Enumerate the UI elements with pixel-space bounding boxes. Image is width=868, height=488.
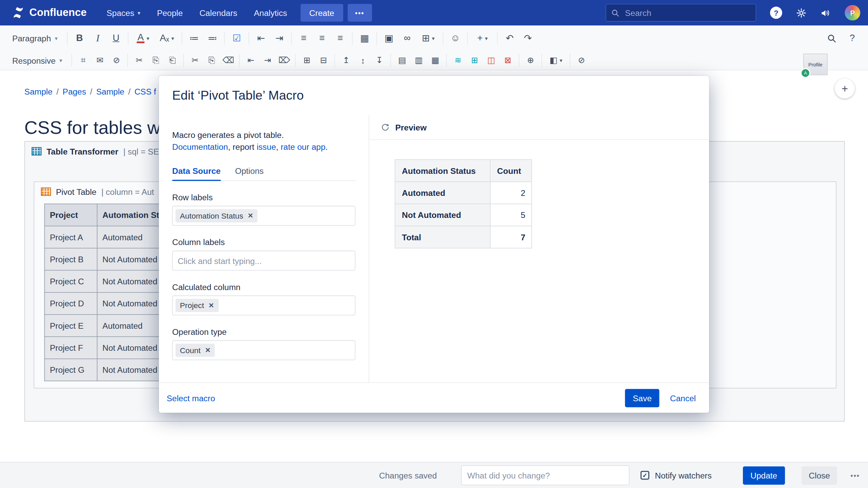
clear-cell-icon[interactable]: ⌫ <box>220 53 237 68</box>
indent-icon[interactable]: ⇥ <box>270 29 289 48</box>
bullet-list-icon[interactable]: ≔ <box>185 29 203 48</box>
numbering-column-icon[interactable]: ▦ <box>427 53 443 68</box>
undo-icon[interactable]: ↶ <box>500 29 519 48</box>
inline-add-button[interactable]: + <box>835 79 855 99</box>
operation-type-field[interactable]: Count✕ <box>172 340 355 360</box>
table-cell[interactable]: Project A <box>44 226 97 248</box>
close-button[interactable]: Close <box>802 466 837 485</box>
rate-app-link[interactable]: rate our app <box>281 142 326 152</box>
outdent-icon[interactable]: ⇤ <box>252 29 270 48</box>
text-color-icon[interactable]: A▾ <box>131 29 155 48</box>
table-mode-dropdown[interactable]: Responsive▾ <box>12 56 62 65</box>
table-settings-icon[interactable]: ⌗ <box>75 53 92 68</box>
table-cell[interactable]: Project F <box>44 337 97 359</box>
remove-comment-icon[interactable]: ⊘ <box>108 53 125 68</box>
align-left-icon[interactable]: ≡ <box>295 29 313 48</box>
column-labels-field[interactable] <box>172 251 355 271</box>
filter-table-icon[interactable]: ≋ <box>450 53 466 68</box>
help-icon[interactable]: ? <box>770 7 782 19</box>
align-right-icon[interactable]: ≡ <box>331 29 349 48</box>
nav-item-spaces[interactable]: Spaces▾ <box>106 8 140 18</box>
breadcrumb-link-current[interactable]: CSS f <box>134 87 156 96</box>
bold-icon[interactable]: B <box>71 29 89 48</box>
paste-cells-icon[interactable]: ⎗ <box>164 53 181 68</box>
italic-icon[interactable]: I <box>88 29 107 48</box>
add-comment-icon[interactable]: ✉ <box>92 53 108 68</box>
cell-fill-color-icon[interactable]: ◧▾ <box>545 53 567 68</box>
align-cell-bottom-icon[interactable]: ↧ <box>371 53 388 68</box>
change-comment-input[interactable] <box>461 465 629 485</box>
calculated-column-field[interactable]: Project✕ <box>172 296 355 316</box>
table-cell[interactable]: Project C <box>44 270 97 292</box>
remove-icon[interactable]: ✕ <box>205 346 211 354</box>
breadcrumb-link-sample-2[interactable]: Sample <box>96 87 124 96</box>
find-icon[interactable] <box>827 34 836 43</box>
insert-link-icon[interactable]: ∞ <box>398 29 416 48</box>
add-formula-icon[interactable]: ⊕ <box>522 53 539 68</box>
pivot-from-table-icon[interactable]: ⊠ <box>499 53 516 68</box>
breadcrumb-link-pages[interactable]: Pages <box>63 87 86 96</box>
notify-watchers-checkbox[interactable]: ✓ <box>640 471 649 480</box>
insert-column-right-icon[interactable]: ⇥ <box>259 53 276 68</box>
table-cell[interactable]: Project E <box>44 314 97 337</box>
announcements-megaphone-icon[interactable] <box>821 7 831 18</box>
underline-icon[interactable]: U <box>107 29 125 48</box>
global-search[interactable] <box>606 4 756 21</box>
nav-more-button[interactable]: ••• <box>348 4 372 21</box>
align-cell-middle-icon[interactable]: ↕ <box>355 53 371 68</box>
align-center-icon[interactable]: ≡ <box>313 29 331 48</box>
update-button[interactable]: Update <box>743 466 785 485</box>
sql-table-icon[interactable]: ⊞ <box>466 53 483 68</box>
text-styles-icon[interactable]: Aₓ▾ <box>155 29 179 48</box>
documentation-link[interactable]: Documentation <box>172 142 228 152</box>
remove-icon[interactable]: ✕ <box>209 302 214 309</box>
operation-type-tag[interactable]: Count✕ <box>176 344 215 357</box>
tab-data-source[interactable]: Data Source <box>172 166 221 180</box>
header-row-toggle-icon[interactable]: ▤ <box>394 53 411 68</box>
insert-image-icon[interactable]: ▣ <box>380 29 398 48</box>
row-labels-tag[interactable]: Automation Status✕ <box>176 209 258 222</box>
split-cells-icon[interactable]: ⊟ <box>315 53 332 68</box>
remove-image-icon[interactable]: ⊘ <box>573 53 590 68</box>
nav-item-people[interactable]: People <box>157 8 183 18</box>
nav-item-calendars[interactable]: Calendars <box>199 8 237 18</box>
emoji-icon[interactable]: ☺ <box>446 29 465 48</box>
task-list-icon[interactable]: ☑ <box>228 29 246 48</box>
merge-cells-icon[interactable]: ⊞ <box>299 53 315 68</box>
issue-link[interactable]: issue <box>257 142 276 152</box>
confluence-brand[interactable]: Confluence <box>12 7 87 19</box>
text-style-dropdown[interactable]: Paragraph▾ <box>12 34 58 43</box>
insert-column-left-icon[interactable]: ⇤ <box>243 53 259 68</box>
nav-item-analytics[interactable]: Analytics <box>254 8 287 18</box>
refresh-icon[interactable] <box>381 123 390 131</box>
select-macro-link[interactable]: Select macro <box>166 393 215 403</box>
copy-row-icon[interactable]: ⎘ <box>203 53 220 68</box>
cut-row-icon[interactable]: ✂ <box>187 53 203 68</box>
copy-cells-icon[interactable]: ⎘ <box>147 53 164 68</box>
page-layout-icon[interactable]: ▦ <box>355 29 374 48</box>
save-bar-more-button[interactable]: ••• <box>850 471 860 479</box>
header-column-toggle-icon[interactable]: ▥ <box>410 53 427 68</box>
create-button[interactable]: Create <box>300 4 343 21</box>
column-labels-input[interactable] <box>176 256 352 265</box>
redo-icon[interactable]: ↷ <box>519 29 537 48</box>
table-cell[interactable]: Project B <box>44 248 97 270</box>
cancel-button[interactable]: Cancel <box>670 393 696 403</box>
remove-icon[interactable]: ✕ <box>248 212 253 220</box>
delete-column-icon[interactable]: ⌦ <box>276 53 293 68</box>
editor-help-icon[interactable]: ? <box>843 29 862 48</box>
row-labels-field[interactable]: Automation Status✕ <box>172 206 355 226</box>
save-button[interactable]: Save <box>625 389 659 407</box>
breadcrumb-link-sample-1[interactable]: Sample <box>24 87 53 96</box>
cut-cells-icon[interactable]: ✂ <box>131 53 147 68</box>
insert-more-icon[interactable]: +▾ <box>471 29 494 48</box>
chart-from-table-icon[interactable]: ◫ <box>483 53 499 68</box>
numbered-list-icon[interactable]: ≕ <box>203 29 221 48</box>
tab-options[interactable]: Options <box>235 166 263 180</box>
calculated-column-tag[interactable]: Project✕ <box>176 299 219 312</box>
insert-table-icon[interactable]: ⊞▾ <box>416 29 440 48</box>
column-header[interactable]: Project <box>44 204 97 226</box>
user-avatar[interactable]: P <box>845 5 860 21</box>
table-cell[interactable]: Project D <box>44 292 97 314</box>
search-input[interactable] <box>624 7 751 18</box>
